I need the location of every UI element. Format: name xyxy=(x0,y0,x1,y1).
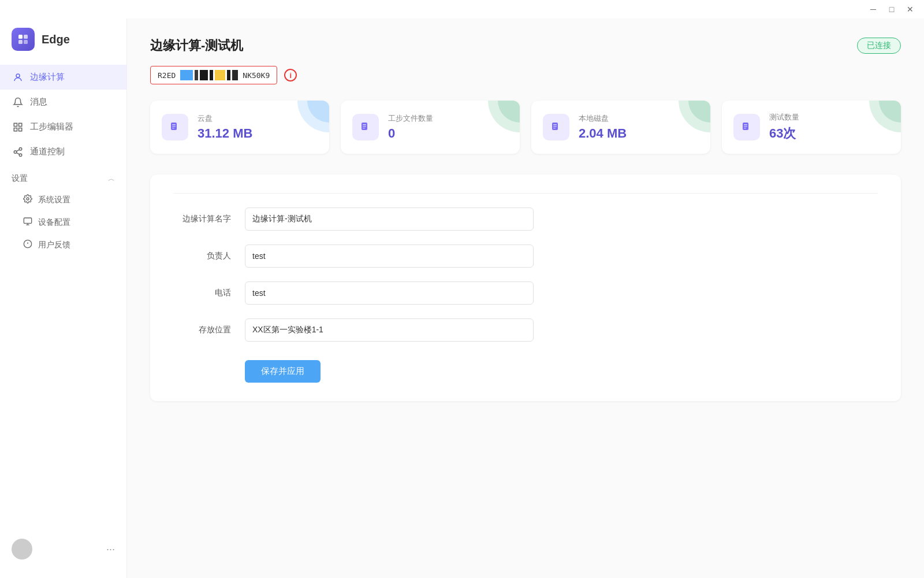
form-input-name[interactable] xyxy=(245,208,534,231)
stat-icon-step xyxy=(352,114,379,140)
svg-rect-5 xyxy=(14,123,17,126)
stat-info-test: 测试数量 63次 xyxy=(769,112,799,142)
form-label-phone: 电话 xyxy=(173,288,231,298)
sidebar-item-step-editor[interactable]: 工步编辑器 xyxy=(0,114,126,139)
main-content: 边缘计算-测试机 已连接 R2ED NK50K9 i xyxy=(127,18,924,578)
stat-info-cloud: 云盘 31.12 MB xyxy=(198,113,252,141)
logo-area: Edge xyxy=(0,28,126,65)
stat-label-cloud: 云盘 xyxy=(198,113,252,124)
sidebar-bottom: ··· xyxy=(0,529,126,569)
form-row-phone: 电话 xyxy=(173,281,878,305)
color-block-dark1 xyxy=(195,70,198,80)
logo-text: Edge xyxy=(42,33,70,46)
svg-point-14 xyxy=(27,198,29,200)
form-label-location: 存放位置 xyxy=(173,325,231,335)
svg-rect-37 xyxy=(553,126,557,127)
gear-icon xyxy=(23,194,32,205)
form-input-phone[interactable] xyxy=(245,281,534,305)
svg-rect-38 xyxy=(553,128,556,129)
settings-section: 设置 ︿ xyxy=(0,164,126,188)
color-block-dark5 xyxy=(232,70,238,80)
device-id-suffix: NK50K9 xyxy=(243,71,270,80)
svg-point-4 xyxy=(16,74,20,77)
info-button[interactable]: i xyxy=(284,69,297,81)
sidebar-item-device-config[interactable]: 设备配置 xyxy=(0,211,126,234)
settings-label: 设置 xyxy=(12,173,28,184)
color-block-yellow xyxy=(215,70,225,80)
svg-line-13 xyxy=(16,149,19,151)
maximize-button[interactable]: □ xyxy=(882,2,901,16)
stat-icon-test xyxy=(733,114,760,140)
device-id-bar: R2ED NK50K9 i xyxy=(150,66,901,84)
svg-line-12 xyxy=(16,153,19,154)
status-badge: 已连接 xyxy=(857,38,901,54)
sidebar-item-label-messages: 消息 xyxy=(30,97,47,108)
user-feedback-label: 用户反馈 xyxy=(38,240,70,250)
stats-grid: 云盘 31.12 MB xyxy=(150,101,901,154)
stat-card-test-count: 测试数量 63次 xyxy=(722,101,901,154)
form-input-owner[interactable] xyxy=(245,244,534,268)
chevron-up-icon: ︿ xyxy=(108,174,115,184)
svg-rect-44 xyxy=(744,128,746,129)
page-title: 边缘计算-测试机 xyxy=(150,37,243,54)
sidebar-item-user-feedback[interactable]: 用户反馈 xyxy=(0,234,126,256)
svg-point-9 xyxy=(19,147,22,150)
divider xyxy=(173,193,878,194)
sidebar-item-messages[interactable]: 消息 xyxy=(0,90,126,114)
sidebar-item-label-step-editor: 工步编辑器 xyxy=(30,121,73,132)
svg-rect-2 xyxy=(18,40,23,44)
svg-rect-6 xyxy=(19,123,22,126)
minimize-button[interactable]: ─ xyxy=(864,2,882,16)
svg-point-11 xyxy=(19,154,22,157)
svg-rect-26 xyxy=(172,128,174,129)
stat-icon-cloud xyxy=(162,114,188,140)
color-block-dark3 xyxy=(210,70,213,80)
sidebar-item-system-settings[interactable]: 系统设置 xyxy=(0,188,126,211)
more-options-icon[interactable]: ··· xyxy=(106,543,115,555)
stat-value-local: 2.04 MB xyxy=(579,126,627,141)
save-button[interactable]: 保存并应用 xyxy=(245,360,321,383)
stat-info-local: 本地磁盘 2.04 MB xyxy=(579,113,627,141)
svg-rect-25 xyxy=(172,126,176,127)
page-header: 边缘计算-测试机 已连接 xyxy=(150,37,901,54)
svg-rect-0 xyxy=(18,35,23,39)
stat-card-step-files: 工步文件数量 0 xyxy=(341,101,520,154)
app-container: Edge 边缘计算 消息 xyxy=(0,18,924,578)
svg-rect-42 xyxy=(744,124,747,125)
device-config-label: 设备配置 xyxy=(38,217,70,228)
stat-value-step: 0 xyxy=(388,126,433,141)
stat-card-local-disk: 本地磁盘 2.04 MB xyxy=(531,101,710,154)
stat-label-step: 工步文件数量 xyxy=(388,113,433,124)
form-row-location: 存放位置 xyxy=(173,318,878,342)
svg-rect-1 xyxy=(24,35,28,39)
stat-card-cloud-disk: 云盘 31.12 MB xyxy=(150,101,329,154)
svg-rect-3 xyxy=(24,40,28,44)
svg-rect-32 xyxy=(363,128,365,129)
color-blocks xyxy=(180,70,238,80)
form-label-name: 边缘计算名字 xyxy=(173,214,231,224)
info-circle-icon xyxy=(23,239,32,250)
close-button[interactable]: ✕ xyxy=(901,2,919,16)
stat-label-local: 本地磁盘 xyxy=(579,113,627,124)
svg-rect-24 xyxy=(172,124,176,125)
form-row-name: 边缘计算名字 xyxy=(173,208,878,231)
stat-info-step: 工步文件数量 0 xyxy=(388,113,433,141)
sidebar-item-edge-compute[interactable]: 边缘计算 xyxy=(0,65,126,90)
color-block-dark4 xyxy=(227,70,230,80)
svg-rect-36 xyxy=(553,124,557,125)
svg-rect-30 xyxy=(363,124,366,125)
svg-rect-15 xyxy=(24,218,31,223)
svg-rect-7 xyxy=(14,128,17,131)
device-id-box: R2ED NK50K9 xyxy=(150,66,277,84)
sidebar-item-channel-control[interactable]: 通道控制 xyxy=(0,139,126,164)
svg-rect-31 xyxy=(363,126,366,127)
logo-icon xyxy=(12,28,35,51)
monitor-icon xyxy=(23,217,32,228)
person-icon xyxy=(12,72,24,83)
stat-label-test: 测试数量 xyxy=(769,112,799,123)
svg-point-10 xyxy=(14,150,17,153)
sidebar-item-label-channel: 通道控制 xyxy=(30,146,65,157)
form-input-location[interactable] xyxy=(245,318,534,342)
svg-rect-43 xyxy=(744,126,747,127)
form-section: 边缘计算名字 负责人 电话 存放位置 保存并应用 xyxy=(150,175,901,401)
